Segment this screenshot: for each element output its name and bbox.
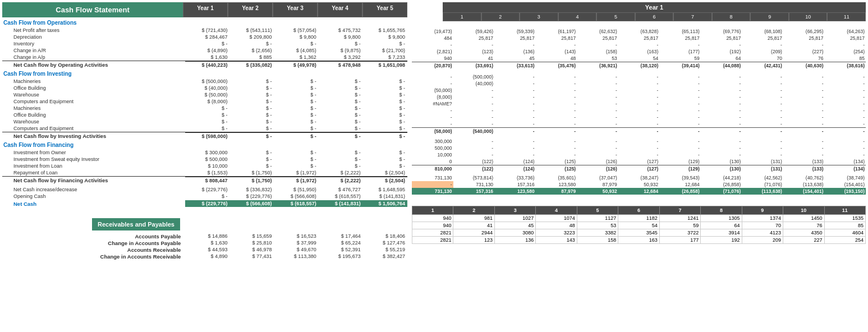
- row-label: Net Profit after taxes: [2, 27, 185, 33]
- r-cell: (39,414): [659, 62, 701, 69]
- table-row: -731,130157,316123,58087,97950,93212,684…: [412, 181, 866, 188]
- r-cell: (129): [659, 158, 701, 165]
- table-row: Office Building $ - $ - $ - $ - $ -: [2, 112, 407, 118]
- r-cell: (64,263): [824, 28, 866, 35]
- row-value: $ 1,655,765: [363, 27, 407, 34]
- rap-cell: 940: [412, 222, 453, 229]
- rap-cell: 940: [412, 215, 453, 222]
- r-cell: -: [742, 100, 783, 107]
- r-cell: (33,691): [453, 62, 495, 69]
- cfs-title: Cash Flow Statement: [2, 2, 183, 17]
- rap-month-header: 8: [701, 206, 742, 215]
- net-operations-y4: $ 478,948: [319, 61, 363, 68]
- r-cell: -: [412, 107, 453, 114]
- r-cell: (125): [536, 165, 577, 172]
- r-cell: -: [783, 114, 825, 121]
- r-cell: #NAME?: [412, 100, 453, 107]
- r-cell: -: [536, 42, 577, 48]
- table-row: -(40,000)---------: [412, 80, 866, 87]
- r-cell: (113,638): [742, 188, 783, 195]
- net-increase-row: Net Cash increase/decrease $ (229,776) $…: [2, 186, 407, 193]
- r-cell: 50,932: [618, 181, 660, 188]
- table-row: (19,473)(59,426)(59,339)(61,197)(62,632)…: [412, 28, 866, 35]
- table-row: #NAME?----------: [412, 100, 866, 107]
- r-cell: -: [618, 151, 660, 158]
- table-row: 94041454853545964707685: [412, 55, 866, 62]
- rap-cell: 3223: [536, 229, 577, 237]
- table-row: -----------: [412, 121, 866, 127]
- r-cell: -: [577, 42, 618, 48]
- r-cell: -: [783, 80, 825, 87]
- r-cell: (8,000): [412, 94, 453, 100]
- r-cell: (573,814): [453, 174, 495, 181]
- left-panel: Cash Flow Statement Year 1 Year 2 Year 3…: [0, 0, 410, 262]
- right-financing-rows: 300,000----------500,000----------10,000…: [412, 138, 866, 165]
- r-cell: (127): [618, 158, 660, 165]
- rap-cell: 192: [701, 237, 742, 244]
- r-cell: -: [494, 121, 536, 127]
- r-cell: -: [536, 121, 577, 127]
- r-cell: (66,295): [783, 28, 825, 35]
- r-cell: 940: [412, 55, 453, 62]
- opening-cash-row: Opening Cash $ - $ (229,776) $ (566,608)…: [2, 193, 407, 200]
- table-row: Investment from Loan $ 10,000 $ - $ - $ …: [2, 163, 407, 169]
- rap-cell: 54: [618, 222, 659, 229]
- r-cell: -: [453, 138, 495, 145]
- r-cell: -: [659, 107, 701, 114]
- row-label: Inventory: [2, 41, 185, 47]
- investing-header: Cash Flow from Investing: [2, 68, 407, 78]
- r-cell: (134): [824, 158, 866, 165]
- r-cell: -: [742, 94, 783, 100]
- r-cell: -: [659, 128, 701, 135]
- rap-cell: 1027: [494, 215, 535, 222]
- r-cell: -: [659, 121, 701, 127]
- r-cell: -: [536, 100, 577, 107]
- r-cell: -: [701, 80, 742, 87]
- rap-cell: 158: [577, 237, 618, 244]
- table-row: Inventory $ - $ - $ - $ - $ -: [2, 40, 407, 47]
- rap-cell: 76: [783, 222, 824, 229]
- r-cell: 70: [742, 55, 783, 62]
- r-cell: -: [824, 87, 866, 94]
- rap-month-header: 1: [412, 206, 453, 215]
- rap-cell: 163: [618, 237, 659, 244]
- net-operations-y2: $ (335,082): [229, 61, 274, 68]
- net-cash-row: Net Cash $ (229,776) $ (566,608) $ (618,…: [2, 200, 407, 207]
- month9-header: 9: [750, 12, 789, 21]
- net-operations-row: Net Cash flow by Operating Activities $ …: [2, 61, 407, 68]
- r-cell: -: [412, 42, 453, 48]
- row-value: $ (57,054): [274, 27, 319, 34]
- table-row: Accounts Payable $ 14,886 $ 15,659 $ 16,…: [2, 233, 407, 239]
- row-label: Change in A/R: [2, 48, 185, 53]
- rap-month-header: 4: [536, 206, 577, 215]
- r-cell: -: [824, 94, 866, 100]
- r-cell: -: [701, 87, 742, 94]
- net-operations-label: Net Cash flow by Operating Activities: [2, 62, 185, 68]
- net-financing-row: Net Cash flow by Financing Activities $ …: [2, 176, 407, 184]
- rap-cell: 3545: [618, 229, 659, 237]
- r-cell: -: [824, 107, 866, 114]
- table-row: -----------: [412, 114, 866, 121]
- r-cell: (42,562): [742, 174, 783, 181]
- r-cell: -: [701, 145, 742, 151]
- year2-header: Year 2: [228, 2, 273, 17]
- year5-header: Year 5: [362, 2, 407, 17]
- r-cell: -: [742, 128, 783, 135]
- table-row: (2,821)(123)(136)(143)(158)(163)(177)(19…: [412, 48, 866, 55]
- r-cell: (158): [577, 48, 618, 55]
- r-cell: -: [701, 128, 742, 135]
- r-cell: -: [494, 107, 536, 114]
- rap-month-header: 2: [453, 206, 494, 215]
- row-value: $ 7,233: [363, 54, 407, 61]
- rap-cell: 177: [659, 237, 700, 244]
- r-cell: (35,601): [536, 174, 577, 181]
- r-cell: -: [494, 138, 536, 145]
- rap-cell: 1450: [783, 215, 824, 222]
- rap-cell: 53: [577, 222, 618, 229]
- table-row: Machineries $ (500,000) $ - $ - $ - $ -: [2, 78, 407, 85]
- r-cell: (129): [659, 165, 701, 172]
- r-cell: (124): [494, 165, 536, 172]
- r-cell: -: [701, 151, 742, 158]
- r-cell: (131): [742, 165, 783, 172]
- rap-title: Receivables and Payables: [92, 218, 180, 230]
